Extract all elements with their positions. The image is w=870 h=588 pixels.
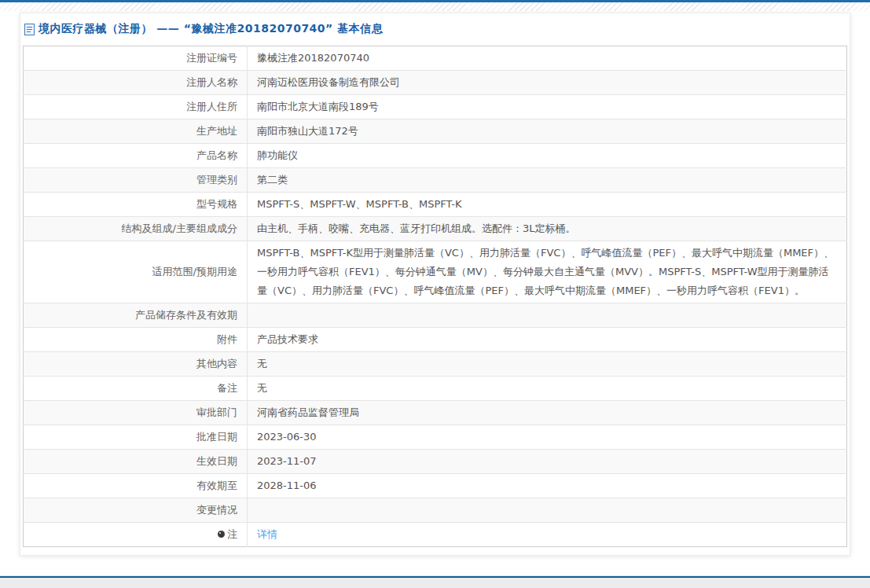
table-row: 管理类别 第二类 <box>24 168 847 193</box>
row-label: 型号规格 <box>24 193 248 217</box>
footer-band <box>0 578 870 588</box>
row-value: 详情 <box>248 523 847 547</box>
table-row: 审批部门 河南省药品监督管理局 <box>24 401 847 425</box>
row-label: 注册证编号 <box>24 46 248 71</box>
table-row: 其他内容 无 <box>24 352 847 377</box>
row-value: 产品技术要求 <box>248 328 847 352</box>
row-value: 2023-11-07 <box>248 450 847 474</box>
row-value: 豫械注准20182070740 <box>248 46 847 71</box>
table-row: 附件 产品技术要求 <box>24 328 847 352</box>
row-label: 注册人名称 <box>24 71 248 95</box>
details-link[interactable]: 详情 <box>257 528 277 540</box>
row-label: 变更情况 <box>24 498 248 523</box>
row-value: 由主机、手柄、咬嘴、充电器、蓝牙打印机组成。选配件：3L定标桶。 <box>248 217 847 241</box>
row-value: 无 <box>248 352 847 377</box>
row-value: 2023-06-30 <box>248 425 847 450</box>
content-card: 境内医疗器械（注册） —— “豫械注准20182070740” 基本信息 注册证… <box>20 13 850 556</box>
table-row: 注 详情 <box>24 523 847 547</box>
row-label: 有效期至 <box>24 474 248 498</box>
row-label: 适用范围/预期用途 <box>24 241 248 303</box>
table-row: 注册人住所 南阳市北京大道南段189号 <box>24 95 847 119</box>
page-title: 境内医疗器械（注册） —— “豫械注准20182070740” 基本信息 <box>39 22 383 36</box>
row-label: 注册人住所 <box>24 95 248 119</box>
row-value: MSPFT-S、MSPFT-W、MSPFT-B、MSPFT-K <box>248 193 847 217</box>
table-row: 生效日期 2023-11-07 <box>24 450 847 474</box>
table-row: 注册人名称 河南迈松医用设备制造有限公司 <box>24 71 847 95</box>
row-label: 产品名称 <box>24 144 248 168</box>
table-row: 适用范围/预期用途 MSPFT-B、MSPFT-K型用于测量肺活量（VC）、用力… <box>24 241 847 303</box>
info-table-body: 注册证编号 豫械注准20182070740 注册人名称 河南迈松医用设备制造有限… <box>24 46 847 547</box>
row-label: 备注 <box>24 377 248 401</box>
row-label: 审批部门 <box>24 401 248 425</box>
row-value: 肺功能仪 <box>248 144 847 168</box>
row-label: 生效日期 <box>24 450 248 474</box>
table-row: 注册证编号 豫械注准20182070740 <box>24 46 847 71</box>
row-value: 南阳市北京大道南段189号 <box>248 95 847 119</box>
row-value <box>248 303 847 328</box>
row-label: 结构及组成/主要组成成分 <box>24 217 248 241</box>
document-icon <box>24 24 35 35</box>
row-label: 生产地址 <box>24 119 248 144</box>
row-label: 附件 <box>24 328 248 352</box>
row-value: 河南省药品监督管理局 <box>248 401 847 425</box>
stripe-pattern-band <box>0 2 870 11</box>
row-label: 注 <box>24 523 248 547</box>
table-row: 批准日期 2023-06-30 <box>24 425 847 450</box>
row-value <box>248 498 847 523</box>
title-bar: 境内医疗器械（注册） —— “豫械注准20182070740” 基本信息 <box>20 13 850 43</box>
row-value: 无 <box>248 377 847 401</box>
row-value: MSPFT-B、MSPFT-K型用于测量肺活量（VC）、用力肺活量（FVC）、呼… <box>248 241 847 303</box>
row-label: 管理类别 <box>24 168 248 193</box>
bulb-icon <box>218 531 225 538</box>
table-row: 有效期至 2028-11-06 <box>24 474 847 498</box>
table-row: 变更情况 <box>24 498 847 523</box>
table-row: 结构及组成/主要组成成分 由主机、手柄、咬嘴、充电器、蓝牙打印机组成。选配件：3… <box>24 217 847 241</box>
row-label: 批准日期 <box>24 425 248 450</box>
table-row: 生产地址 南阳市独山大道172号 <box>24 119 847 144</box>
table-row: 型号规格 MSPFT-S、MSPFT-W、MSPFT-B、MSPFT-K <box>24 193 847 217</box>
registration-info-table: 注册证编号 豫械注准20182070740 注册人名称 河南迈松医用设备制造有限… <box>23 46 847 547</box>
row-value: 南阳市独山大道172号 <box>248 119 847 144</box>
row-value: 第二类 <box>248 168 847 193</box>
row-value: 2028-11-06 <box>248 474 847 498</box>
table-row: 产品名称 肺功能仪 <box>24 144 847 168</box>
row-label: 产品储存条件及有效期 <box>24 303 248 328</box>
table-row: 产品储存条件及有效期 <box>24 303 847 328</box>
table-row: 备注 无 <box>24 377 847 401</box>
row-value: 河南迈松医用设备制造有限公司 <box>248 71 847 95</box>
row-label: 其他内容 <box>24 352 248 377</box>
